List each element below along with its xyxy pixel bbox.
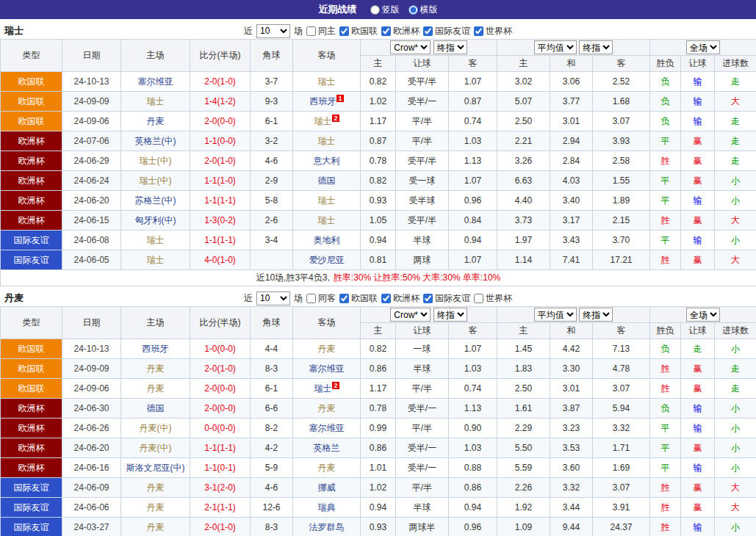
- team-link[interactable]: 斯洛文尼亚(中): [126, 463, 185, 473]
- league-checkbox[interactable]: [381, 294, 391, 303]
- team-link[interactable]: 匈牙利(中): [135, 215, 176, 225]
- team-link[interactable]: 丹麦(中): [140, 443, 172, 453]
- team-link[interactable]: 丹麦: [318, 344, 336, 354]
- team-link[interactable]: 瑞士(中): [140, 175, 172, 186]
- odds-time-select[interactable]: 终指: [433, 40, 467, 54]
- bookmaker-select[interactable]: Crow*: [390, 40, 431, 54]
- home-team: 英格兰(中): [121, 131, 190, 151]
- team-link[interactable]: 塞尔维亚: [309, 423, 345, 433]
- league-filter[interactable]: 欧洲杯: [381, 25, 420, 37]
- team-link[interactable]: 丹麦: [147, 522, 165, 532]
- league-filter[interactable]: 欧国联: [339, 292, 378, 305]
- odds-handicap: 半球: [396, 498, 449, 518]
- league-checkbox[interactable]: [339, 26, 349, 36]
- same-venue-filter[interactable]: 同客: [306, 292, 336, 305]
- league-checkbox[interactable]: [474, 294, 483, 303]
- team-link[interactable]: 奥地利: [314, 235, 340, 245]
- avg-time-select[interactable]: 终指: [579, 308, 613, 322]
- team-link[interactable]: 瑞士: [147, 255, 165, 265]
- same-venue-filter[interactable]: 同主: [306, 25, 336, 37]
- odds-home: 0.81: [361, 250, 396, 270]
- bookmaker-select[interactable]: Crow*: [390, 308, 431, 322]
- team-link[interactable]: 丹麦: [147, 116, 165, 126]
- team-link[interactable]: 瑞士(中): [140, 156, 172, 166]
- team-link[interactable]: 丹麦: [147, 363, 165, 374]
- layout-option-vertical[interactable]: 竖版: [370, 4, 400, 16]
- corners: 6-1: [251, 379, 293, 399]
- league-checkbox[interactable]: [474, 26, 483, 36]
- team-link[interactable]: 瑞士: [314, 383, 331, 394]
- team-link[interactable]: 意大利: [314, 156, 340, 166]
- team-link[interactable]: 塞尔维亚: [138, 76, 173, 87]
- away-team: 法罗群岛: [293, 518, 361, 536]
- league-filter[interactable]: 世界杯: [474, 25, 512, 37]
- team-link[interactable]: 西班牙: [309, 96, 336, 106]
- team-link[interactable]: 瑞士: [318, 215, 336, 225]
- team-link[interactable]: 瑞士: [318, 76, 336, 87]
- score: 2-0(1-0): [190, 359, 251, 379]
- league-filter[interactable]: 国际友谊: [423, 25, 470, 37]
- team-link[interactable]: 丹麦: [318, 403, 336, 413]
- away-team: 瑞士2: [293, 112, 361, 131]
- league-filter[interactable]: 国际友谊: [423, 292, 470, 305]
- avg-home: 5.59: [497, 458, 550, 478]
- team-link[interactable]: 丹麦: [147, 502, 165, 513]
- team-link[interactable]: 爱沙尼亚: [309, 255, 345, 265]
- layout-option-horizontal[interactable]: 横版: [408, 4, 438, 16]
- horizontal-radio[interactable]: [408, 5, 418, 15]
- team-link[interactable]: 瑞士: [147, 96, 165, 106]
- team-link[interactable]: 瑞典: [318, 502, 336, 513]
- vertical-radio[interactable]: [370, 5, 380, 15]
- same-venue-checkbox[interactable]: [306, 26, 316, 36]
- team-link[interactable]: 瑞士: [314, 116, 331, 126]
- result-goals: 小: [715, 458, 756, 478]
- result-handicap: 赢: [681, 379, 715, 399]
- result-handicap: 输: [681, 399, 715, 419]
- team-link[interactable]: 苏格兰(中): [135, 195, 176, 206]
- avg-home: 1.09: [497, 518, 550, 536]
- league-badge: 欧洲杯: [1, 151, 62, 171]
- same-venue-checkbox[interactable]: [306, 294, 316, 303]
- match-row: 国际友谊24-06-05瑞士4-0(1-0)爱沙尼亚0.81两球1.071.14…: [1, 250, 756, 270]
- league-filter[interactable]: 世界杯: [474, 292, 512, 305]
- odds-time-select[interactable]: 终指: [433, 308, 467, 322]
- recent-count-select[interactable]: 10: [256, 291, 290, 305]
- league-filter[interactable]: 欧国联: [339, 25, 378, 37]
- league-checkbox[interactable]: [381, 26, 391, 36]
- match-date: 24-03-27: [62, 518, 121, 536]
- home-team: 德国: [121, 399, 190, 419]
- team-link[interactable]: 西班牙: [143, 344, 169, 354]
- team-link[interactable]: 瑞士: [318, 195, 336, 206]
- league-checkbox[interactable]: [423, 294, 433, 303]
- avg-time-select[interactable]: 终指: [579, 40, 613, 54]
- average-select[interactable]: 平均值: [534, 40, 577, 54]
- team-link[interactable]: 德国: [147, 403, 165, 413]
- team-link[interactable]: 法罗群岛: [309, 522, 345, 532]
- average-select[interactable]: 平均值: [534, 308, 577, 322]
- recent-label: 近: [244, 292, 253, 305]
- league-checkbox[interactable]: [423, 26, 433, 36]
- team-link[interactable]: 丹麦: [147, 383, 165, 394]
- odds-handicap: 半球: [396, 231, 449, 250]
- result-outcome: 平: [650, 458, 681, 478]
- horizontal-label: 横版: [420, 4, 438, 16]
- team-link[interactable]: 德国: [318, 175, 336, 186]
- team-link[interactable]: 丹麦(中): [140, 423, 172, 433]
- match-row: 国际友谊24-06-09丹麦3-1(2-0)4-6挪威1.02平/半0.862.…: [1, 478, 756, 498]
- team-link[interactable]: 瑞士: [318, 136, 336, 146]
- league-checkbox-label: 欧洲杯: [393, 25, 420, 37]
- odds-home: 0.93: [361, 518, 396, 536]
- scope-select[interactable]: 全场: [686, 40, 720, 54]
- league-filter[interactable]: 欧洲杯: [381, 292, 420, 305]
- league-checkbox[interactable]: [339, 294, 349, 303]
- recent-count-select[interactable]: 10: [256, 24, 290, 38]
- league-checkbox-label: 国际友谊: [435, 292, 470, 305]
- team-link[interactable]: 英格兰(中): [135, 136, 176, 146]
- team-link[interactable]: 塞尔维亚: [309, 363, 345, 374]
- team-link[interactable]: 瑞士: [147, 235, 165, 245]
- scope-select[interactable]: 全场: [686, 308, 720, 322]
- team-link[interactable]: 英格兰: [314, 443, 340, 453]
- team-link[interactable]: 挪威: [318, 482, 336, 493]
- team-link[interactable]: 丹麦: [318, 463, 336, 473]
- team-link[interactable]: 丹麦: [147, 482, 165, 493]
